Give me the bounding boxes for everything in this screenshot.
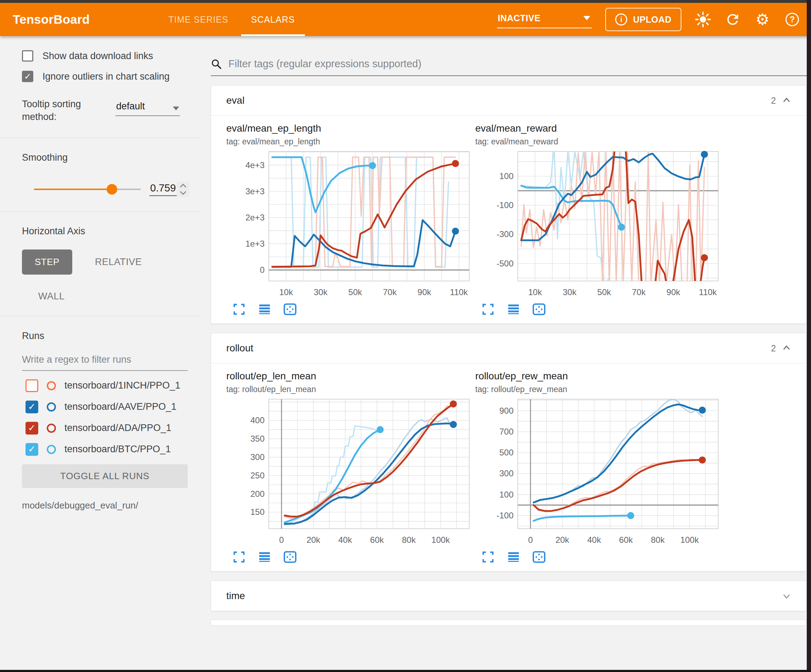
help-icon[interactable]: ? bbox=[784, 11, 800, 28]
run-label: tensorboard/ADA/PPO_1 bbox=[64, 423, 171, 433]
line-chart[interactable]: 100-100-300-50010k30k50k70k90k110k bbox=[475, 147, 723, 300]
refresh-icon[interactable] bbox=[724, 11, 741, 28]
section-expand-time[interactable] bbox=[782, 591, 792, 601]
svg-text:-500: -500 bbox=[497, 259, 514, 268]
chart-title: eval/mean_reward bbox=[475, 123, 724, 134]
section-collapse-eval[interactable]: 2 bbox=[771, 96, 792, 106]
tab-bar: TIME SERIES SCALARS bbox=[157, 3, 306, 36]
endpoint-marker bbox=[369, 162, 376, 169]
chevron-down-icon bbox=[173, 107, 179, 110]
fullscreen-icon[interactable] bbox=[481, 302, 495, 317]
section-card-time: time bbox=[211, 581, 807, 611]
run-checkbox[interactable]: ✓ bbox=[25, 422, 38, 435]
svg-text:1e+3: 1e+3 bbox=[246, 239, 265, 249]
ignore-outliers-label: Ignore outliers in chart scaling bbox=[42, 71, 170, 82]
tooltip-sorting-dropdown[interactable]: default bbox=[115, 98, 180, 116]
ignore-outliers-checkbox[interactable]: ✓ bbox=[22, 71, 33, 82]
svg-text:0: 0 bbox=[528, 535, 533, 545]
fullscreen-icon[interactable] bbox=[232, 302, 246, 317]
tab-time-series[interactable]: TIME SERIES bbox=[157, 3, 239, 36]
section-title-time: time bbox=[226, 590, 245, 602]
endpoint-marker bbox=[699, 406, 706, 414]
section-title-eval: eval bbox=[226, 95, 244, 106]
runs-table-icon[interactable] bbox=[506, 302, 521, 317]
chart-card-mean-ep-length: eval/mean_ep_length tag: eval/mean_ep_le… bbox=[226, 123, 475, 322]
line-chart-mean-reward[interactable]: 100-100-300-50010k30k50k70k90k110k bbox=[475, 147, 724, 300]
toggle-all-runs-button[interactable]: TOGGLE ALL RUNS bbox=[22, 464, 188, 488]
runs-table-icon[interactable] bbox=[506, 550, 521, 564]
vertical-scrollbar[interactable] bbox=[807, 0, 811, 672]
sidebar-divider bbox=[0, 138, 200, 138]
svg-text:0: 0 bbox=[260, 265, 265, 274]
chart-card-ep-len-mean: rollout/ep_len_mean tag: rollout/ep_len_… bbox=[226, 371, 475, 570]
runs-table-icon[interactable] bbox=[258, 550, 271, 564]
run-color-swatch bbox=[47, 402, 56, 411]
fullscreen-icon[interactable] bbox=[481, 550, 495, 564]
tooltip-sorting-label: Tooltip sorting method: bbox=[22, 98, 99, 124]
line-chart-mean-ep-length[interactable]: 01e+32e+33e+34e+310k30k50k70k90k110k bbox=[226, 147, 475, 300]
line-chart[interactable]: 01e+32e+33e+34e+310k30k50k70k90k110k bbox=[226, 147, 474, 300]
show-download-links-checkbox[interactable] bbox=[22, 50, 33, 62]
smoothing-stepper[interactable] bbox=[177, 181, 190, 197]
chevron-down-icon bbox=[782, 591, 792, 601]
axis-option-step[interactable]: STEP bbox=[22, 249, 72, 274]
run-checkbox[interactable]: ✓ bbox=[25, 401, 38, 413]
svg-text:3e+3: 3e+3 bbox=[246, 186, 265, 196]
run-checkbox[interactable] bbox=[25, 379, 38, 392]
run-checkbox[interactable]: ✓ bbox=[25, 443, 38, 456]
run-row: ✓tensorboard/ADA/PPO_1 bbox=[25, 422, 200, 435]
svg-text:-300: -300 bbox=[497, 229, 514, 239]
runs-table-icon[interactable] bbox=[258, 302, 271, 317]
line-chart-ep-len-mean[interactable]: 150200250300350400020k40k60k80k100k bbox=[226, 395, 475, 547]
svg-text:50k: 50k bbox=[597, 287, 612, 297]
search-icon bbox=[211, 58, 222, 70]
smoothing-slider[interactable] bbox=[34, 189, 141, 190]
svg-text:80k: 80k bbox=[402, 535, 416, 545]
svg-text:10k: 10k bbox=[279, 287, 293, 297]
svg-text:70k: 70k bbox=[383, 287, 397, 297]
runs-label: Runs bbox=[22, 330, 200, 342]
svg-text:60k: 60k bbox=[370, 535, 384, 545]
runs-filter-input[interactable]: Write a regex to filter runs bbox=[22, 354, 188, 371]
runs-directory-caption: models/debugged_eval_run/ bbox=[22, 500, 200, 511]
section-card-eval: eval 2 eval/mean_ep_length tag: eval/mea… bbox=[211, 85, 807, 324]
axis-option-relative[interactable]: RELATIVE bbox=[95, 257, 142, 267]
section-title-rollout: rollout bbox=[226, 342, 253, 354]
fit-domain-icon[interactable] bbox=[283, 550, 297, 564]
svg-text:30k: 30k bbox=[314, 287, 328, 297]
tooltip-sorting-value: default bbox=[116, 101, 145, 112]
run-label: tensorboard/1INCH/PPO_1 bbox=[64, 380, 180, 391]
svg-text:20k: 20k bbox=[555, 535, 570, 545]
fullscreen-icon[interactable] bbox=[232, 550, 246, 564]
fit-domain-icon[interactable] bbox=[283, 302, 297, 317]
svg-text:500: 500 bbox=[499, 448, 514, 457]
line-chart[interactable]: 150200250300350400020k40k60k80k100k bbox=[226, 395, 474, 547]
svg-text:70k: 70k bbox=[632, 287, 646, 297]
svg-text:80k: 80k bbox=[651, 535, 665, 545]
axis-option-wall[interactable]: WALL bbox=[38, 291, 65, 302]
fit-domain-icon[interactable] bbox=[532, 302, 546, 317]
brightness-icon[interactable] bbox=[695, 11, 711, 28]
status-dropdown[interactable]: INACTIVE bbox=[497, 11, 592, 28]
chart-tag: tag: eval/mean_ep_length bbox=[226, 137, 475, 147]
endpoint-marker bbox=[701, 151, 708, 158]
scalars-dashboard: Filter tags (regular expressions support… bbox=[200, 36, 811, 670]
section-collapse-rollout[interactable]: 2 bbox=[771, 343, 792, 354]
run-row: ✓tensorboard/AAVE/PPO_1 bbox=[25, 401, 200, 413]
filter-tags-input[interactable]: Filter tags (regular expressions support… bbox=[211, 58, 807, 76]
smoothing-value-field[interactable]: 0.759 bbox=[149, 182, 177, 196]
tab-scalars[interactable]: SCALARS bbox=[240, 3, 306, 36]
settings-gear-icon[interactable]: ⚙ bbox=[754, 11, 770, 28]
upload-button[interactable]: i UPLOAD bbox=[605, 8, 681, 31]
fit-domain-icon[interactable] bbox=[532, 550, 546, 564]
line-chart-ep-rew-mean[interactable]: 900700500300100-100020k40k60k80k100k bbox=[475, 395, 724, 547]
svg-text:10k: 10k bbox=[528, 287, 542, 297]
line-chart[interactable]: 900700500300100-100020k40k60k80k100k bbox=[475, 395, 723, 547]
svg-text:110k: 110k bbox=[699, 287, 717, 297]
svg-text:20k: 20k bbox=[306, 535, 321, 545]
svg-text:30k: 30k bbox=[563, 287, 577, 297]
smoothing-slider-thumb[interactable] bbox=[107, 184, 117, 195]
section-card-rollout: rollout 2 rollout/ep_len_mean tag: rollo… bbox=[211, 333, 807, 572]
svg-text:4e+3: 4e+3 bbox=[246, 160, 265, 170]
endpoint-marker bbox=[701, 254, 708, 261]
